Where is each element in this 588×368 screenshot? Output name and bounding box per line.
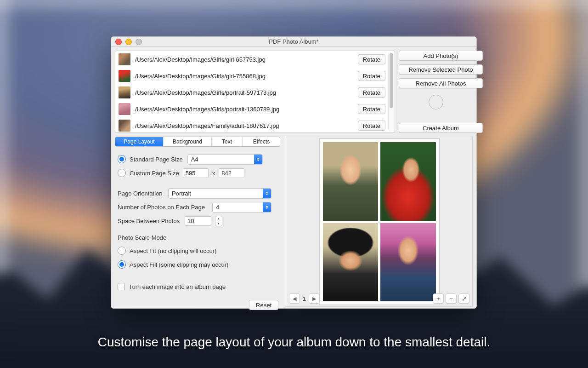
next-page-button[interactable]: ▶ xyxy=(309,293,320,304)
file-path: /Users/Alex/Desktop/Images/Family/adult-… xyxy=(135,122,358,129)
num-photos-select[interactable]: 4 xyxy=(212,202,271,213)
standard-size-label: Standard Page Size xyxy=(130,156,183,163)
chevron-updown-icon xyxy=(254,155,262,164)
maximize-icon[interactable] xyxy=(136,39,142,45)
rotate-button[interactable]: Rotate xyxy=(358,104,385,114)
rotate-button[interactable]: Rotate xyxy=(358,121,385,131)
preview-photo xyxy=(323,142,379,221)
list-item[interactable]: /Users/Alex/Desktop/Images/Girls/girl-75… xyxy=(115,68,388,84)
reset-button[interactable]: Reset xyxy=(249,300,278,310)
remove-all-button[interactable]: Remove All Photos xyxy=(399,78,483,88)
file-path: /Users/Alex/Desktop/Images/Girls/portrai… xyxy=(135,106,358,113)
custom-size-label: Custom Page Size xyxy=(130,170,179,177)
tab-page-layout[interactable]: Page Layout xyxy=(115,137,164,146)
prev-page-button[interactable]: ◀ xyxy=(289,293,300,304)
num-photos-label: Number of Photos on Each Page xyxy=(118,204,209,211)
fit-button[interactable]: ⤢ xyxy=(458,293,469,304)
preview-photo xyxy=(323,223,379,302)
add-photos-button[interactable]: Add Photo(s) xyxy=(399,51,483,61)
custom-width-field[interactable]: 595 xyxy=(183,168,209,178)
marketing-caption: Customise the page layout of your album … xyxy=(0,335,588,350)
file-path: /Users/Alex/Desktop/Images/Girls/portrai… xyxy=(135,89,358,96)
minimize-icon[interactable] xyxy=(125,39,132,45)
tab-bar: Page Layout Background Text Effects Outp… xyxy=(115,137,280,147)
spacing-label: Space Between Photos xyxy=(118,218,181,224)
chevron-updown-icon xyxy=(263,189,271,198)
file-path: /Users/Alex/Desktop/Images/Girls/girl-75… xyxy=(135,73,358,80)
custom-size-radio[interactable] xyxy=(118,169,126,177)
standard-size-select[interactable]: A4 xyxy=(187,154,263,165)
list-item[interactable]: /Users/Alex/Desktop/Images/Girls/portrai… xyxy=(115,84,388,101)
preview-panel: ◀ 1 ▶ + − ⤢ xyxy=(286,137,473,307)
aspect-fit-radio[interactable] xyxy=(118,247,126,255)
x-label: x xyxy=(212,170,215,177)
app-window: PDF Photo Album* /Users/Alex/Desktop/Ima… xyxy=(111,36,477,309)
remove-selected-button[interactable]: Remove Selected Photo xyxy=(399,64,483,75)
rotate-button[interactable]: Rotate xyxy=(358,71,385,81)
list-item[interactable]: /Users/Alex/Desktop/Images/Girls/portrai… xyxy=(115,101,388,117)
thumbnail-icon xyxy=(119,120,130,132)
rotate-button[interactable]: Rotate xyxy=(358,87,385,98)
close-icon[interactable] xyxy=(115,39,122,45)
preview-photo xyxy=(380,223,436,302)
zoom-out-button[interactable]: − xyxy=(446,293,457,304)
aspect-fill-radio[interactable] xyxy=(118,260,126,269)
page-per-image-checkbox[interactable] xyxy=(118,283,125,290)
titlebar[interactable]: PDF Photo Album* xyxy=(111,37,476,47)
standard-size-radio[interactable] xyxy=(118,155,126,163)
thumbnail-icon xyxy=(119,53,130,65)
thumbnail-icon xyxy=(119,86,130,98)
thumbnail-icon xyxy=(119,70,130,82)
progress-indicator xyxy=(429,95,443,109)
orientation-select[interactable]: Portrait xyxy=(168,188,271,199)
page-number: 1 xyxy=(303,295,306,302)
aspect-fit-label: Aspect Fit (no clipping will occur) xyxy=(130,247,216,254)
thumbnail-icon xyxy=(119,103,130,115)
orientation-label: Page Orientation xyxy=(118,190,164,197)
preview-photo xyxy=(380,142,436,221)
preview-page xyxy=(319,138,440,305)
tab-effects[interactable]: Effects xyxy=(243,137,280,146)
file-path: /Users/Alex/Desktop/Images/Girls/girl-65… xyxy=(135,56,358,63)
chevron-updown-icon xyxy=(263,202,271,212)
page-per-image-label: Turn each image into an album page xyxy=(129,283,226,290)
side-panel: Add Photo(s) Remove Selected Photo Remov… xyxy=(399,51,473,133)
zoom-in-button[interactable]: + xyxy=(433,293,444,304)
window-title: PDF Photo Album* xyxy=(111,38,476,45)
scale-mode-title: Photo Scale Mode xyxy=(118,234,279,241)
tab-text[interactable]: Text xyxy=(212,137,243,146)
custom-height-field[interactable]: 842 xyxy=(219,168,244,178)
settings-panel: Page Layout Background Text Effects Outp… xyxy=(115,137,282,307)
list-item[interactable]: /Users/Alex/Desktop/Images/Girls/girl-65… xyxy=(115,51,388,68)
spacing-stepper[interactable]: ▴▾ xyxy=(215,216,222,226)
rotate-button[interactable]: Rotate xyxy=(358,54,385,64)
tab-background[interactable]: Background xyxy=(164,137,212,146)
aspect-fill-label: Aspect Fill (some clipping may occur) xyxy=(130,261,228,268)
list-item[interactable]: /Users/Alex/Desktop/Images/Family/adult-… xyxy=(115,117,388,132)
create-album-button[interactable]: Create Album xyxy=(399,123,483,133)
photo-list[interactable]: /Users/Alex/Desktop/Images/Girls/girl-65… xyxy=(115,51,395,133)
spacing-field[interactable]: 10 xyxy=(185,216,211,226)
scrollbar[interactable] xyxy=(388,52,394,132)
